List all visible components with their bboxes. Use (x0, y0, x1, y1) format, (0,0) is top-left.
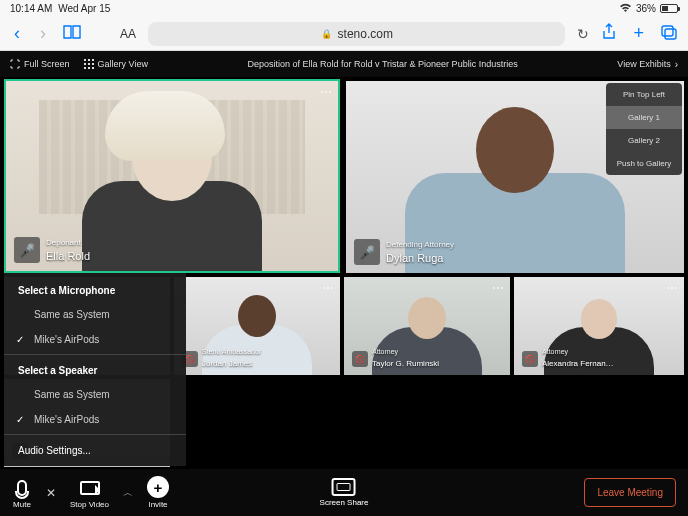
speaker-same-as-system[interactable]: Same as System (4, 382, 186, 407)
tile-context-menu: Pin Top Left Gallery 1 Gallery 2 Push to… (606, 83, 682, 175)
app-toolbar: Full Screen Gallery View Deposition of E… (0, 51, 688, 77)
address-bar[interactable]: 🔒 steno.com (148, 22, 565, 46)
microphone-icon (12, 478, 32, 498)
fullscreen-label: Full Screen (24, 59, 70, 69)
gallery-view-label: Gallery View (98, 59, 148, 69)
menu-gallery-1[interactable]: Gallery 1 (606, 106, 682, 129)
mic-same-as-system[interactable]: Same as System (4, 302, 186, 327)
chevron-right-icon: › (675, 59, 678, 70)
safari-toolbar: ‹ › AA 🔒 steno.com ↻ + (0, 17, 688, 51)
mic-muted-icon: 🚫 (352, 351, 368, 367)
svg-rect-5 (84, 63, 86, 65)
plus-icon: + (147, 476, 169, 498)
mic-muted-icon: 🚫 (522, 351, 538, 367)
invite-label: Invite (148, 500, 167, 509)
bookmarks-icon[interactable] (62, 24, 82, 44)
svg-rect-6 (88, 63, 90, 65)
back-button[interactable]: ‹ (10, 23, 24, 44)
menu-gallery-2[interactable]: Gallery 2 (606, 129, 682, 152)
svg-rect-9 (88, 67, 90, 69)
video-tile-attorney-2[interactable]: ⋯ 🚫 Attorney Alexandra Fernan… (514, 277, 684, 375)
tabs-button[interactable] (660, 24, 678, 44)
tile-menu-icon[interactable]: ⋯ (492, 281, 504, 295)
participant-name: Taylor G. Ruminski (372, 359, 439, 368)
gallery-view-button[interactable]: Gallery View (84, 59, 148, 69)
tile-menu-icon[interactable]: ⋯ (666, 281, 678, 295)
participant-name: Alexandra Fernan… (542, 359, 614, 368)
svg-rect-10 (92, 67, 94, 69)
video-tile-attorney-1[interactable]: ⋯ 🚫 Attorney Taylor G. Ruminski (344, 277, 510, 375)
wifi-icon (619, 3, 632, 15)
select-speaker-header: Select a Speaker (4, 357, 186, 382)
participant-name: Jordan James (202, 359, 252, 368)
close-icon[interactable]: ✕ (46, 486, 56, 500)
audio-settings-link[interactable]: Audio Settings... (4, 437, 186, 462)
video-icon (80, 478, 100, 498)
select-microphone-header: Select a Microphone (4, 277, 186, 302)
share-button[interactable] (601, 23, 617, 45)
mic-icon: 🎤 (354, 239, 380, 265)
leave-meeting-button[interactable]: Leave Meeting (584, 478, 676, 507)
participant-role: Steno Ambassador (202, 347, 261, 356)
stop-video-button[interactable]: Stop Video (70, 478, 109, 509)
participant-role: Attorney (542, 347, 614, 356)
mute-button[interactable]: Mute (12, 478, 32, 509)
screen-share-icon (332, 478, 356, 496)
stop-video-label: Stop Video (70, 500, 109, 509)
participant-role: Defending Attorney (386, 240, 454, 250)
lock-icon: 🔒 (321, 29, 332, 39)
mic-airpods[interactable]: Mike's AirPods (4, 327, 186, 352)
svg-rect-3 (88, 59, 90, 61)
view-exhibits-label: View Exhibits (617, 59, 670, 69)
video-tile-deponent[interactable]: ⋯ 🎤 Deponant Ella Rold (4, 79, 340, 273)
menu-pin-top-left[interactable]: Pin Top Left (606, 83, 682, 106)
url-host: steno.com (338, 27, 393, 41)
invite-button[interactable]: + Invite (147, 476, 169, 509)
new-tab-button[interactable]: + (629, 23, 648, 44)
tile-menu-icon[interactable]: ⋯ (322, 281, 334, 295)
audio-settings-popover: Select a Microphone Same as System Mike'… (4, 273, 186, 466)
ipad-status-bar: 10:14 AM Wed Apr 15 36% (0, 0, 688, 17)
reload-button[interactable]: ↻ (577, 26, 589, 42)
mute-label: Mute (13, 500, 31, 509)
svg-rect-0 (662, 26, 673, 36)
svg-rect-4 (92, 59, 94, 61)
forward-button[interactable]: › (36, 23, 50, 44)
status-time: 10:14 AM (10, 3, 52, 14)
chevron-up-icon[interactable]: ︿ (123, 486, 133, 500)
participant-role: Deponant (46, 238, 90, 248)
svg-rect-8 (84, 67, 86, 69)
status-date: Wed Apr 15 (58, 3, 110, 14)
text-size-button[interactable]: AA (120, 27, 136, 41)
svg-rect-2 (84, 59, 86, 61)
participant-role: Attorney (372, 347, 439, 356)
video-grid: ⋯ 🎤 Deponant Ella Rold ⋯ 🎤 Defending Att… (0, 77, 688, 469)
video-tile-ambassador[interactable]: ⋯ 🚫 Steno Ambassador Jordan James (174, 277, 340, 375)
speaker-airpods[interactable]: Mike's AirPods (4, 407, 186, 432)
view-exhibits-button[interactable]: View Exhibits › (617, 59, 678, 70)
mic-icon: 🎤 (14, 237, 40, 263)
battery-pct: 36% (636, 3, 656, 14)
meeting-controls-bar: Mute ✕ Stop Video ︿ + Invite Screen Shar… (0, 469, 688, 516)
fullscreen-button[interactable]: Full Screen (10, 59, 70, 69)
participant-name: Ella Rold (46, 250, 90, 262)
menu-push-to-gallery[interactable]: Push to Gallery (606, 152, 682, 175)
svg-rect-7 (92, 63, 94, 65)
tile-menu-icon[interactable]: ⋯ (320, 85, 332, 99)
screen-share-button[interactable]: Screen Share (320, 478, 369, 507)
participant-name: Dylan Ruga (386, 252, 443, 264)
battery-icon (660, 4, 678, 13)
screen-share-label: Screen Share (320, 498, 369, 507)
case-title: Deposition of Ella Rold for Rold v Trist… (248, 59, 518, 69)
svg-rect-1 (665, 29, 676, 39)
